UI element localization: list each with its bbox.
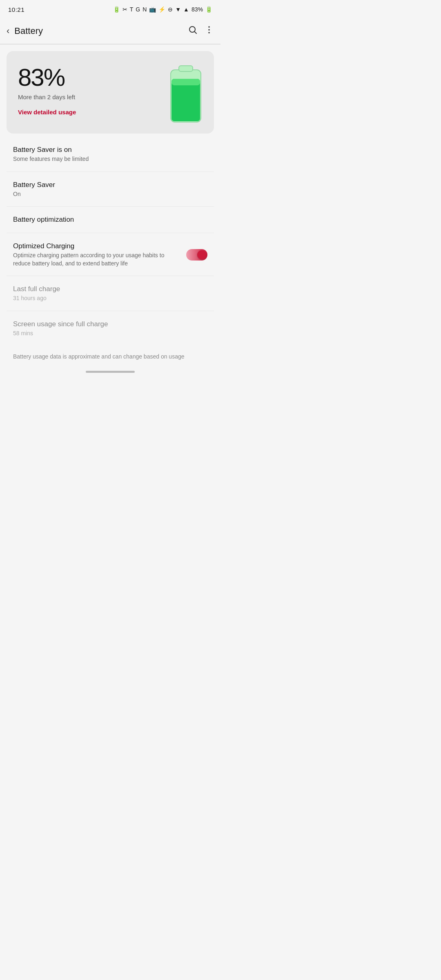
google-icon: G (136, 7, 140, 12)
settings-item-last-full-charge-subtitle: 31 hours ago (13, 294, 207, 303)
battery-summary-card: 83% More than 2 days left View detailed … (7, 51, 214, 134)
more-options-icon[interactable] (204, 25, 214, 37)
settings-item-optimized-charging-subtitle: Optimize charging pattern according to y… (13, 252, 180, 267)
call-icon: ✂ (122, 7, 127, 12)
settings-item-last-full-charge-text: Last full charge 31 hours ago (13, 285, 207, 303)
settings-item-last-full-charge-title: Last full charge (13, 285, 207, 293)
settings-item-screen-usage[interactable]: Screen usage since full charge 58 mins (7, 311, 214, 346)
wifi-icon: ▼ (175, 7, 181, 12)
battery-percent-status: 83% (192, 6, 203, 13)
settings-item-battery-saver-title: Battery Saver (13, 181, 207, 189)
battery-percentage: 83% (18, 64, 76, 91)
settings-item-battery-saver-status[interactable]: Battery Saver is on Some features may be… (7, 137, 214, 172)
settings-item-last-full-charge[interactable]: Last full charge 31 hours ago (7, 276, 214, 311)
svg-rect-8 (172, 79, 200, 85)
optimized-charging-toggle-wrap (186, 249, 207, 261)
search-icon[interactable] (188, 25, 198, 37)
footer-note: Battery usage data is approximate and ca… (7, 346, 214, 364)
cast-icon: 📺 (149, 7, 156, 12)
battery-save-icon: 🔋 (113, 7, 120, 12)
settings-item-screen-usage-subtitle: 58 mins (13, 330, 207, 338)
settings-list: Battery Saver is on Some features may be… (7, 137, 214, 346)
svg-point-0 (189, 27, 195, 32)
settings-item-screen-usage-title: Screen usage since full charge (13, 320, 207, 328)
settings-item-optimized-charging-title: Optimized Charging (13, 242, 180, 250)
battery-icon-wrap (167, 61, 204, 124)
optimized-charging-toggle[interactable] (186, 249, 207, 261)
nfc-icon: N (143, 7, 147, 12)
battery-time-left: More than 2 days left (18, 94, 76, 100)
battery-info: 83% More than 2 days left View detailed … (18, 61, 76, 116)
network-icon: T (130, 7, 134, 12)
settings-item-optimized-charging-text: Optimized Charging Optimize charging pat… (13, 242, 180, 267)
app-bar-actions (188, 25, 214, 37)
settings-item-battery-saver-status-subtitle: Some features may be limited (13, 155, 207, 163)
footer-note-text: Battery usage data is approximate and ca… (13, 353, 185, 360)
home-indicator (0, 364, 220, 377)
home-bar (86, 371, 135, 373)
main-content: 83% More than 2 days left View detailed … (0, 45, 220, 364)
optimized-charging-toggle-thumb (197, 250, 206, 259)
settings-item-battery-optimization-title: Battery optimization (13, 216, 207, 224)
settings-item-battery-saver-text: Battery Saver On (13, 181, 207, 198)
svg-point-4 (208, 32, 210, 33)
battery-level-icon (167, 62, 204, 124)
page-title: Battery (14, 26, 188, 36)
status-time: 10:21 (8, 6, 24, 13)
svg-rect-6 (179, 66, 193, 71)
svg-line-1 (195, 31, 196, 33)
battery-icon-status: 🔋 (205, 7, 212, 12)
settings-item-battery-saver-subtitle: On (13, 190, 207, 198)
dnd-icon: ⊖ (168, 7, 173, 12)
back-button[interactable]: ‹ (7, 26, 9, 36)
settings-item-battery-optimization[interactable]: Battery optimization (7, 207, 214, 233)
status-icons: 🔋 ✂ T G N 📺 ⚡ ⊖ ▼ ▲ 83% 🔋 (113, 6, 212, 13)
bluetooth-icon: ⚡ (158, 7, 165, 12)
app-bar: ‹ Battery (0, 18, 220, 44)
signal-icon: ▲ (183, 7, 189, 12)
settings-item-battery-optimization-text: Battery optimization (13, 216, 207, 225)
settings-item-battery-saver[interactable]: Battery Saver On (7, 172, 214, 207)
status-bar: 10:21 🔋 ✂ T G N 📺 ⚡ ⊖ ▼ ▲ 83% 🔋 (0, 0, 220, 18)
svg-point-2 (208, 26, 210, 28)
svg-point-3 (208, 29, 210, 31)
settings-item-battery-saver-status-title: Battery Saver is on (13, 146, 207, 154)
view-detailed-usage-link[interactable]: View detailed usage (18, 109, 76, 116)
settings-item-screen-usage-text: Screen usage since full charge 58 mins (13, 320, 207, 338)
settings-item-optimized-charging[interactable]: Optimized Charging Optimize charging pat… (7, 233, 214, 276)
settings-item-battery-saver-status-text: Battery Saver is on Some features may be… (13, 146, 207, 163)
